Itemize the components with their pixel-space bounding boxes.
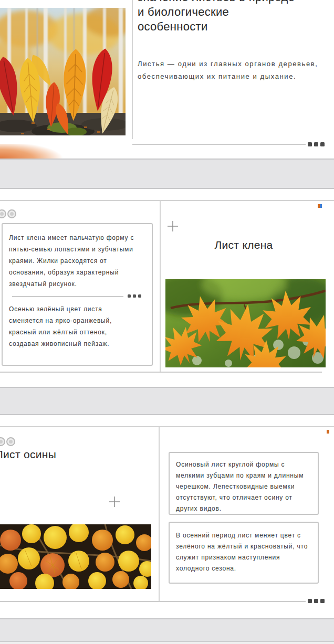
- more-menu-icon[interactable]: [308, 599, 325, 603]
- card-more-menu-icon[interactable]: [128, 294, 141, 298]
- maple-slide-image[interactable]: [165, 279, 326, 367]
- aspen-paragraph-2: В осенний период лист меняет цвет с зелё…: [176, 530, 310, 574]
- slide-bottom-rule: [132, 144, 306, 145]
- bottom-edge-strip: [0, 641, 334, 644]
- aspen-slide-image[interactable]: [0, 524, 151, 589]
- collaborator-avatar-icon[interactable]: [6, 437, 15, 446]
- intro-slide-image[interactable]: [0, 8, 126, 135]
- add-block-plus-icon[interactable]: [166, 220, 179, 233]
- maple-title[interactable]: Лист клена: [161, 239, 327, 251]
- slide-gap-band: [0, 387, 334, 415]
- maple-paragraph-2: Осенью зелёный цвет листа сменяется на я…: [9, 303, 138, 350]
- slide-gap-band: [0, 159, 334, 189]
- collab-cursor-marker: [318, 204, 322, 208]
- aspen-title[interactable]: Лист осины: [0, 448, 56, 461]
- collaborator-avatar-icon[interactable]: [0, 437, 5, 446]
- collaborator-avatar-icon[interactable]: [0, 209, 6, 218]
- column-divider: [132, 0, 133, 139]
- column-divider: [160, 201, 161, 373]
- add-block-plus-icon[interactable]: [108, 495, 121, 508]
- maple-text-card[interactable]: Лист клена имеет пальчатую форму с пятью…: [2, 223, 153, 366]
- aspen-paragraph-1: Осиновый лист круглой формы с мелкими зу…: [176, 459, 310, 514]
- slide-card-aspen: Лист осины: [0, 426, 334, 603]
- aspen-text-card-1[interactable]: Осиновый лист круглой формы с мелкими зу…: [169, 452, 319, 515]
- slide-card-maple: Лист клена имеет пальчатую форму с пятью…: [0, 200, 334, 373]
- aspen-text-card-2[interactable]: В осенний период лист меняет цвет с зелё…: [169, 522, 319, 584]
- slide-gap-band: [0, 618, 334, 641]
- collab-cursor-marker: [327, 430, 329, 434]
- gradient-decoration: [0, 144, 81, 159]
- intro-title[interactable]: значение листьев в природе и биологическ…: [138, 0, 295, 34]
- more-menu-icon[interactable]: [308, 142, 325, 146]
- collaborator-avatar-icon[interactable]: [7, 209, 16, 218]
- presentation-canvas: значение листьев в природе и биологическ…: [0, 0, 334, 644]
- column-divider: [159, 427, 160, 601]
- maple-paragraph-1: Лист клена имеет пальчатую форму с пятью…: [9, 232, 144, 290]
- slide-bottom-rule: [0, 372, 322, 373]
- intro-body[interactable]: Листья — одни из главных органов деревье…: [138, 58, 322, 83]
- slide-bottom-rule: [0, 601, 306, 602]
- slide-card-intro: значение листьев в природе и биологическ…: [0, 0, 334, 159]
- card-inner-rule: [12, 296, 123, 297]
